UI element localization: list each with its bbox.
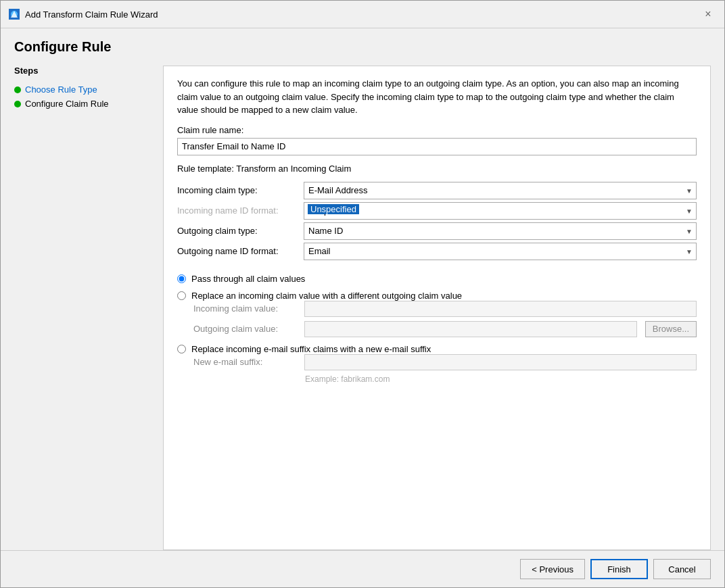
- form-fields: Incoming claim type: E-Mail Address ▼ In…: [177, 182, 697, 263]
- new-email-suffix-input: [304, 354, 697, 370]
- incoming-claim-type-select-wrapper: E-Mail Address ▼: [304, 182, 697, 199]
- title-bar: Add Transform Claim Rule Wizard ×: [1, 1, 724, 28]
- footer: < Previous Finish Cancel: [1, 550, 724, 587]
- new-email-suffix-label: New e-mail suffix:: [193, 357, 296, 367]
- incoming-name-id-format-row: Incoming name ID format: Unspecified ▼ U…: [177, 202, 697, 220]
- incoming-claim-value-label: Incoming claim value:: [193, 303, 296, 314]
- outgoing-name-id-format-select-wrapper: Email ▼: [304, 243, 697, 260]
- outgoing-name-id-format-select[interactable]: Email: [304, 243, 697, 260]
- outgoing-claim-value-row: Outgoing claim value: Browse...: [193, 321, 697, 337]
- replace-incoming-radio-row: Replace an incoming claim value with a d…: [177, 291, 697, 301]
- previous-button[interactable]: < Previous: [520, 559, 585, 579]
- outgoing-claim-value-label: Outgoing claim value:: [193, 324, 296, 334]
- outgoing-claim-type-row: Outgoing claim type: Name ID ▼: [177, 222, 697, 240]
- replace-suffix-radio-row: Replace incoming e-mail suffix claims wi…: [177, 344, 697, 354]
- app-icon: [9, 9, 20, 20]
- window-body: Configure Rule Steps Choose Rule Type Co…: [1, 28, 724, 550]
- outgoing-name-id-format-label: Outgoing name ID format:: [177, 246, 296, 256]
- window-title: Add Transform Claim Rule Wizard: [25, 9, 158, 20]
- replace-suffix-radio[interactable]: [177, 345, 186, 353]
- replace-suffix-section: Replace incoming e-mail suffix claims wi…: [177, 344, 697, 384]
- cancel-button[interactable]: Cancel: [653, 559, 711, 579]
- sidebar-item-configure-claim-rule: Configure Claim Rule: [14, 97, 152, 111]
- incoming-claim-value-input: [304, 301, 697, 317]
- title-bar-left: Add Transform Claim Rule Wizard: [9, 9, 158, 20]
- sidebar: Steps Choose Rule Type Configure Claim R…: [14, 66, 163, 550]
- pass-through-radio[interactable]: [177, 274, 186, 283]
- incoming-name-id-format-select[interactable]: Unspecified: [304, 202, 697, 220]
- outgoing-claim-type-select[interactable]: Name ID: [304, 222, 697, 240]
- finish-button[interactable]: Finish: [590, 559, 648, 579]
- rule-template-text: Rule template: Transform an Incoming Cla…: [177, 164, 697, 174]
- main-content: Steps Choose Rule Type Configure Claim R…: [14, 66, 711, 550]
- incoming-claim-type-row: Incoming claim type: E-Mail Address ▼: [177, 182, 697, 199]
- sidebar-heading: Steps: [14, 66, 152, 76]
- incoming-claim-type-select[interactable]: E-Mail Address: [304, 182, 697, 199]
- incoming-name-id-format-label: Incoming name ID format:: [177, 205, 296, 216]
- replace-incoming-label[interactable]: Replace an incoming claim value with a d…: [191, 291, 462, 301]
- replace-suffix-label[interactable]: Replace incoming e-mail suffix claims wi…: [191, 344, 431, 354]
- outgoing-claim-type-select-wrapper: Name ID ▼: [304, 222, 697, 240]
- incoming-name-id-format-select-wrapper: Unspecified ▼ Unspecified: [304, 202, 697, 220]
- incoming-claim-value-row: Incoming claim value:: [193, 301, 697, 317]
- step-dot-1: [14, 87, 21, 93]
- close-button[interactable]: ×: [700, 6, 716, 22]
- pass-through-label[interactable]: Pass through all claim values: [191, 274, 305, 284]
- new-email-suffix-row: New e-mail suffix:: [193, 354, 697, 370]
- outgoing-name-id-format-row: Outgoing name ID format: Email ▼: [177, 243, 697, 260]
- description-text: You can configure this rule to map an in…: [177, 77, 697, 117]
- radio-section: Pass through all claim values Replace an…: [177, 274, 697, 384]
- sidebar-link-choose-rule-type[interactable]: Choose Rule Type: [25, 84, 97, 95]
- browse-button: Browse...: [645, 321, 697, 337]
- sidebar-item-choose-rule-type[interactable]: Choose Rule Type: [14, 82, 152, 97]
- replace-incoming-subfields: Incoming claim value: Outgoing claim val…: [193, 301, 697, 337]
- replace-suffix-subfields: New e-mail suffix: Example: fabrikam.com: [193, 354, 697, 384]
- outgoing-claim-value-input: [304, 321, 637, 337]
- example-text: Example: fabrikam.com: [305, 374, 697, 384]
- step-dot-2: [14, 101, 21, 107]
- incoming-claim-type-label: Incoming claim type:: [177, 185, 296, 195]
- sidebar-label-configure-claim-rule: Configure Claim Rule: [25, 99, 109, 109]
- replace-incoming-section: Replace an incoming claim value with a d…: [177, 291, 697, 337]
- page-title: Configure Rule: [14, 39, 711, 55]
- content-panel: You can configure this rule to map an in…: [163, 66, 711, 550]
- outgoing-claim-type-label: Outgoing claim type:: [177, 226, 296, 236]
- pass-through-radio-row: Pass through all claim values: [177, 274, 697, 284]
- main-window: Add Transform Claim Rule Wizard × Config…: [0, 0, 725, 588]
- claim-rule-name-input[interactable]: [177, 138, 697, 155]
- replace-incoming-radio[interactable]: [177, 291, 186, 300]
- claim-rule-name-section: Claim rule name:: [177, 125, 697, 155]
- claim-rule-name-label: Claim rule name:: [177, 125, 697, 135]
